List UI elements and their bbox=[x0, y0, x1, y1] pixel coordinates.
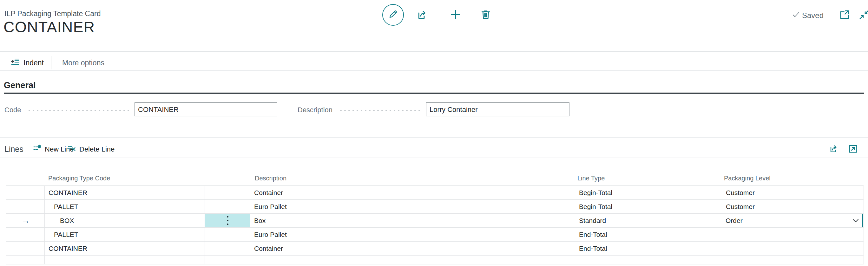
row-selector-cell[interactable] bbox=[6, 186, 45, 199]
current-row-arrow-icon: → bbox=[21, 214, 30, 227]
page-title: CONTAINER bbox=[3, 19, 95, 36]
line-type-cell[interactable]: Begin-Total bbox=[575, 186, 722, 199]
indent-label: Indent bbox=[24, 59, 44, 67]
description-cell[interactable]: Box bbox=[250, 214, 575, 227]
edit-button[interactable] bbox=[382, 4, 404, 26]
breadcrumb[interactable]: ILP Packaging Template Card bbox=[4, 9, 100, 18]
line-type-cell[interactable]: End-Total bbox=[575, 228, 722, 241]
lines-open-in-new-window-button[interactable] bbox=[848, 143, 859, 155]
packaging-level-dropdown[interactable]: Order bbox=[722, 214, 863, 227]
chevron-down-icon bbox=[852, 219, 859, 223]
ellipsis-dot-icon bbox=[227, 220, 228, 221]
actionbar-separator bbox=[51, 56, 52, 69]
table-row[interactable]: → BOX Box Standard Order bbox=[6, 214, 864, 228]
packaging-level-dropdown-value: Order bbox=[725, 214, 743, 227]
open-in-new-window-icon bbox=[848, 143, 859, 155]
packaging-type-code-cell[interactable]: BOX bbox=[45, 214, 205, 227]
save-status: Saved bbox=[792, 10, 824, 21]
packaging-template-card-page: ILP Packaging Template Card CONTAINER Sa… bbox=[0, 0, 868, 266]
trash-icon bbox=[480, 8, 492, 22]
table-row[interactable]: PALLET Euro Pallet Begin-Total Customer bbox=[6, 200, 864, 214]
lines-section-heading: Lines bbox=[4, 144, 24, 154]
ellipsis-dot-icon bbox=[227, 216, 228, 218]
packaging-level-cell[interactable]: Customer bbox=[722, 186, 864, 199]
open-in-new-window-button[interactable] bbox=[839, 9, 850, 22]
more-options-button[interactable]: More options bbox=[62, 56, 104, 70]
table-row[interactable]: PALLET Euro Pallet End-Total bbox=[6, 228, 864, 241]
description-cell[interactable]: Container bbox=[250, 241, 575, 255]
indent-icon bbox=[10, 57, 20, 68]
packaging-level-cell[interactable] bbox=[722, 241, 864, 255]
code-field-input[interactable]: CONTAINER bbox=[134, 102, 277, 117]
row-selector-cell[interactable] bbox=[6, 228, 45, 241]
delete-button[interactable] bbox=[480, 8, 492, 22]
row-options-cell[interactable] bbox=[205, 200, 250, 213]
line-type-cell[interactable]: Begin-Total bbox=[575, 200, 722, 213]
packaging-type-code-cell[interactable]: CONTAINER bbox=[45, 241, 205, 255]
description-cell[interactable]: Euro Pallet bbox=[250, 200, 575, 213]
indent-button[interactable]: Indent bbox=[10, 56, 44, 70]
packaging-level-cell[interactable]: Order bbox=[722, 214, 864, 227]
ellipsis-dot-icon bbox=[227, 224, 228, 225]
row-options-cell-selected[interactable] bbox=[205, 214, 250, 227]
share-button[interactable] bbox=[416, 8, 429, 22]
packaging-type-code-cell[interactable]: PALLET bbox=[45, 228, 205, 241]
packaging-level-cell[interactable]: Customer bbox=[722, 200, 864, 213]
column-header-line-type[interactable]: Line Type bbox=[578, 175, 605, 182]
pencil-icon bbox=[388, 9, 399, 21]
row-options-cell[interactable] bbox=[205, 228, 250, 241]
save-status-label: Saved bbox=[802, 11, 824, 20]
code-field-leader bbox=[27, 110, 130, 111]
new-button[interactable] bbox=[449, 8, 462, 22]
description-field-label: Description bbox=[298, 106, 333, 114]
actionbar-divider bbox=[0, 70, 868, 71]
description-field-leader bbox=[339, 110, 422, 111]
delete-line-button[interactable]: Delete Line bbox=[67, 143, 115, 155]
column-header-packaging-level[interactable]: Packaging Level bbox=[724, 175, 771, 182]
share-icon bbox=[416, 8, 429, 22]
table-row[interactable]: CONTAINER Container End-Total bbox=[6, 241, 864, 256]
general-section-heading: General bbox=[4, 80, 36, 90]
row-selector-cell[interactable]: → bbox=[6, 214, 45, 227]
code-field-label: Code bbox=[4, 106, 21, 114]
table-body: CONTAINER Container Begin-Total Customer… bbox=[6, 186, 864, 256]
description-cell[interactable]: Container bbox=[250, 186, 575, 199]
packaging-level-cell[interactable] bbox=[722, 228, 864, 241]
more-options-label: More options bbox=[62, 59, 104, 67]
line-type-cell[interactable]: Standard bbox=[575, 214, 722, 227]
row-selector-cell[interactable] bbox=[6, 200, 45, 213]
description-cell[interactable]: Euro Pallet bbox=[250, 228, 575, 241]
table-row-empty[interactable] bbox=[6, 256, 864, 264]
new-line-icon bbox=[33, 144, 41, 155]
collapse-icon bbox=[859, 9, 868, 22]
line-type-cell[interactable]: End-Total bbox=[575, 241, 722, 255]
collapse-button[interactable] bbox=[859, 9, 868, 22]
lines-toolbar-divider bbox=[0, 158, 868, 158]
table-row[interactable]: CONTAINER Container Begin-Total Customer bbox=[6, 186, 864, 200]
open-in-new-window-icon bbox=[839, 9, 850, 22]
delete-line-icon bbox=[67, 144, 76, 155]
lines-separator bbox=[26, 142, 26, 156]
row-selector-cell[interactable] bbox=[6, 241, 45, 255]
description-field-input[interactable]: Lorry Container bbox=[426, 102, 569, 117]
column-header-packaging-type-code[interactable]: Packaging Type Code bbox=[48, 175, 110, 182]
general-section-underline bbox=[4, 93, 864, 94]
delete-line-label: Delete Line bbox=[79, 145, 115, 154]
row-options-cell[interactable] bbox=[205, 186, 250, 199]
row-options-cell[interactable] bbox=[205, 241, 250, 255]
lines-top-divider bbox=[0, 137, 868, 138]
plus-icon bbox=[449, 8, 462, 22]
packaging-type-code-cell[interactable]: PALLET bbox=[45, 200, 205, 213]
column-header-description[interactable]: Description bbox=[255, 175, 286, 182]
header-divider bbox=[0, 51, 868, 52]
share-icon bbox=[829, 143, 839, 155]
packaging-type-code-cell[interactable]: CONTAINER bbox=[45, 186, 205, 199]
check-icon bbox=[792, 10, 800, 21]
lines-share-button[interactable] bbox=[829, 143, 839, 155]
lines-table: CONTAINER Container Begin-Total Customer… bbox=[6, 186, 864, 264]
